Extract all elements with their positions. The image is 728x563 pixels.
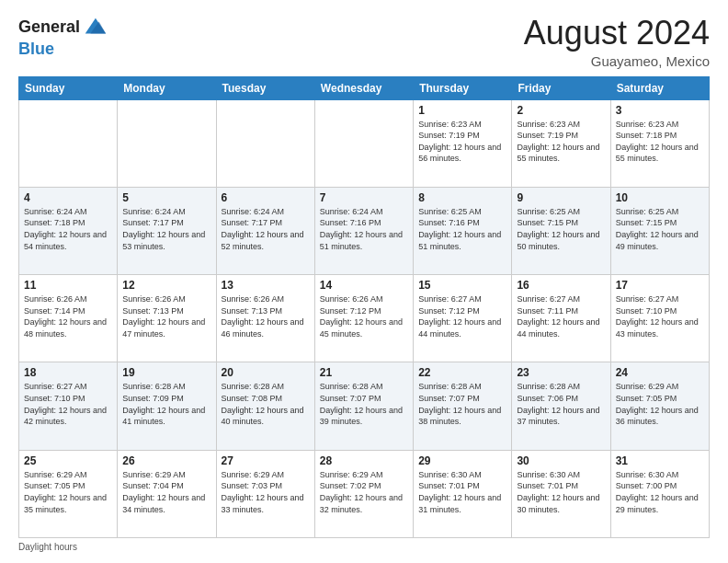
- day-number: 6: [222, 191, 310, 204]
- day-info: Sunrise: 6:24 AM Sunset: 7:16 PM Dayligh…: [320, 206, 408, 252]
- day-cell: 19Sunrise: 6:28 AM Sunset: 7:09 PM Dayli…: [118, 362, 216, 450]
- day-cell: 10Sunrise: 6:25 AM Sunset: 7:15 PM Dayli…: [610, 187, 709, 274]
- day-cell: [19, 99, 118, 187]
- day-info: Sunrise: 6:25 AM Sunset: 7:15 PM Dayligh…: [616, 206, 704, 252]
- day-info: Sunrise: 6:26 AM Sunset: 7:14 PM Dayligh…: [24, 293, 112, 339]
- location: Guayameo, Mexico: [524, 53, 710, 69]
- day-info: Sunrise: 6:29 AM Sunset: 7:02 PM Dayligh…: [320, 469, 408, 515]
- day-number: 23: [517, 366, 605, 379]
- week-row-3: 11Sunrise: 6:26 AM Sunset: 7:14 PM Dayli…: [19, 275, 710, 362]
- day-info: Sunrise: 6:24 AM Sunset: 7:17 PM Dayligh…: [222, 206, 310, 252]
- day-number: 9: [517, 191, 605, 204]
- day-cell: 20Sunrise: 6:28 AM Sunset: 7:08 PM Dayli…: [216, 362, 314, 450]
- day-cell: 27Sunrise: 6:29 AM Sunset: 7:03 PM Dayli…: [216, 450, 314, 537]
- day-cell: 16Sunrise: 6:27 AM Sunset: 7:11 PM Dayli…: [512, 275, 610, 362]
- logo-blue: Blue: [18, 40, 108, 59]
- day-number: 4: [24, 191, 112, 204]
- day-number: 27: [222, 454, 310, 467]
- week-row-1: 1Sunrise: 6:23 AM Sunset: 7:19 PM Daylig…: [19, 99, 710, 187]
- day-number: 2: [517, 104, 605, 117]
- day-info: Sunrise: 6:27 AM Sunset: 7:10 PM Dayligh…: [24, 381, 112, 427]
- weekday-header-sunday: Sunday: [19, 76, 118, 99]
- day-info: Sunrise: 6:28 AM Sunset: 7:09 PM Dayligh…: [122, 381, 210, 427]
- day-number: 3: [616, 104, 704, 117]
- weekday-header-thursday: Thursday: [414, 76, 512, 99]
- day-cell: 28Sunrise: 6:29 AM Sunset: 7:02 PM Dayli…: [314, 450, 413, 537]
- day-cell: 14Sunrise: 6:26 AM Sunset: 7:12 PM Dayli…: [314, 275, 413, 362]
- day-cell: 8Sunrise: 6:25 AM Sunset: 7:16 PM Daylig…: [414, 187, 512, 274]
- weekday-header-saturday: Saturday: [610, 76, 709, 99]
- weekday-header-monday: Monday: [118, 76, 216, 99]
- calendar-page: General Blue August 2024 Guayameo, Mexic…: [0, 0, 728, 563]
- day-number: 7: [320, 191, 408, 204]
- day-number: 5: [122, 191, 210, 204]
- day-cell: 3Sunrise: 6:23 AM Sunset: 7:18 PM Daylig…: [610, 99, 709, 187]
- day-info: Sunrise: 6:30 AM Sunset: 7:01 PM Dayligh…: [418, 469, 506, 515]
- day-number: 26: [122, 454, 210, 467]
- day-number: 13: [222, 279, 310, 292]
- day-cell: 15Sunrise: 6:27 AM Sunset: 7:12 PM Dayli…: [414, 275, 512, 362]
- day-cell: [216, 99, 314, 187]
- day-info: Sunrise: 6:24 AM Sunset: 7:18 PM Dayligh…: [24, 206, 112, 252]
- footer-note: Daylight hours: [18, 542, 710, 552]
- weekday-header-friday: Friday: [512, 76, 610, 99]
- day-cell: 26Sunrise: 6:29 AM Sunset: 7:04 PM Dayli…: [118, 450, 216, 537]
- week-row-4: 18Sunrise: 6:27 AM Sunset: 7:10 PM Dayli…: [19, 362, 710, 450]
- day-cell: 12Sunrise: 6:26 AM Sunset: 7:13 PM Dayli…: [118, 275, 216, 362]
- day-info: Sunrise: 6:26 AM Sunset: 7:12 PM Dayligh…: [320, 293, 408, 339]
- header: General Blue August 2024 Guayameo, Mexic…: [18, 15, 710, 69]
- weekday-header-tuesday: Tuesday: [216, 76, 314, 99]
- day-number: 12: [122, 279, 210, 292]
- logo-icon: [82, 15, 108, 40]
- month-title: August 2024: [524, 15, 710, 52]
- day-cell: 17Sunrise: 6:27 AM Sunset: 7:10 PM Dayli…: [610, 275, 709, 362]
- day-number: 30: [517, 454, 605, 467]
- day-cell: 5Sunrise: 6:24 AM Sunset: 7:17 PM Daylig…: [118, 187, 216, 274]
- day-cell: 31Sunrise: 6:30 AM Sunset: 7:00 PM Dayli…: [610, 450, 709, 537]
- day-cell: 30Sunrise: 6:30 AM Sunset: 7:01 PM Dayli…: [512, 450, 610, 537]
- day-cell: 9Sunrise: 6:25 AM Sunset: 7:15 PM Daylig…: [512, 187, 610, 274]
- day-cell: 2Sunrise: 6:23 AM Sunset: 7:19 PM Daylig…: [512, 99, 610, 187]
- day-cell: 6Sunrise: 6:24 AM Sunset: 7:17 PM Daylig…: [216, 187, 314, 274]
- day-info: Sunrise: 6:26 AM Sunset: 7:13 PM Dayligh…: [222, 293, 310, 339]
- day-info: Sunrise: 6:30 AM Sunset: 7:00 PM Dayligh…: [616, 469, 704, 515]
- day-cell: 22Sunrise: 6:28 AM Sunset: 7:07 PM Dayli…: [414, 362, 512, 450]
- day-info: Sunrise: 6:28 AM Sunset: 7:06 PM Dayligh…: [517, 381, 605, 427]
- day-number: 31: [616, 454, 704, 467]
- day-info: Sunrise: 6:27 AM Sunset: 7:10 PM Dayligh…: [616, 293, 704, 339]
- day-cell: [314, 99, 413, 187]
- logo-text: General: [18, 18, 80, 37]
- day-info: Sunrise: 6:30 AM Sunset: 7:01 PM Dayligh…: [517, 469, 605, 515]
- weekday-header-row: SundayMondayTuesdayWednesdayThursdayFrid…: [19, 76, 710, 99]
- day-cell: 21Sunrise: 6:28 AM Sunset: 7:07 PM Dayli…: [314, 362, 413, 450]
- day-number: 25: [24, 454, 112, 467]
- day-cell: 18Sunrise: 6:27 AM Sunset: 7:10 PM Dayli…: [19, 362, 118, 450]
- day-number: 10: [616, 191, 704, 204]
- day-info: Sunrise: 6:27 AM Sunset: 7:12 PM Dayligh…: [418, 293, 506, 339]
- week-row-5: 25Sunrise: 6:29 AM Sunset: 7:05 PM Dayli…: [19, 450, 710, 537]
- day-cell: 1Sunrise: 6:23 AM Sunset: 7:19 PM Daylig…: [414, 99, 512, 187]
- day-info: Sunrise: 6:25 AM Sunset: 7:16 PM Dayligh…: [418, 206, 506, 252]
- day-number: 8: [418, 191, 506, 204]
- day-number: 19: [122, 366, 210, 379]
- calendar-table: SundayMondayTuesdayWednesdayThursdayFrid…: [18, 76, 710, 538]
- day-number: 29: [418, 454, 506, 467]
- day-number: 17: [616, 279, 704, 292]
- day-cell: 11Sunrise: 6:26 AM Sunset: 7:14 PM Dayli…: [19, 275, 118, 362]
- day-number: 16: [517, 279, 605, 292]
- day-number: 14: [320, 279, 408, 292]
- day-number: 1: [418, 104, 506, 117]
- day-cell: 4Sunrise: 6:24 AM Sunset: 7:18 PM Daylig…: [19, 187, 118, 274]
- day-info: Sunrise: 6:28 AM Sunset: 7:08 PM Dayligh…: [222, 381, 310, 427]
- day-info: Sunrise: 6:29 AM Sunset: 7:05 PM Dayligh…: [24, 469, 112, 515]
- day-number: 11: [24, 279, 112, 292]
- day-info: Sunrise: 6:29 AM Sunset: 7:03 PM Dayligh…: [222, 469, 310, 515]
- day-cell: 13Sunrise: 6:26 AM Sunset: 7:13 PM Dayli…: [216, 275, 314, 362]
- day-number: 20: [222, 366, 310, 379]
- day-info: Sunrise: 6:23 AM Sunset: 7:19 PM Dayligh…: [418, 119, 506, 165]
- day-number: 18: [24, 366, 112, 379]
- day-number: 21: [320, 366, 408, 379]
- day-number: 24: [616, 366, 704, 379]
- day-info: Sunrise: 6:29 AM Sunset: 7:05 PM Dayligh…: [616, 381, 704, 427]
- day-cell: 23Sunrise: 6:28 AM Sunset: 7:06 PM Dayli…: [512, 362, 610, 450]
